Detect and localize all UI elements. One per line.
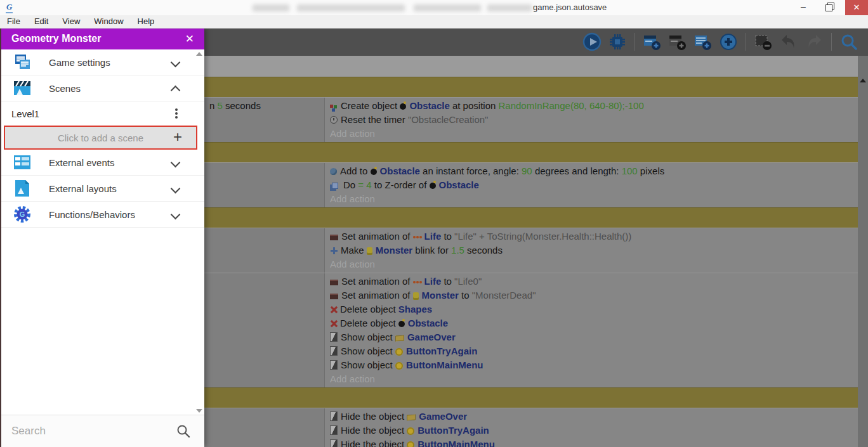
object-link[interactable]: Shapes bbox=[398, 304, 432, 314]
visibility-icon bbox=[330, 411, 338, 421]
action-line[interactable]: Show object ButtonTryAgain bbox=[330, 344, 858, 358]
sidebar-item-scenes[interactable]: Scenes bbox=[1, 75, 204, 101]
object-link[interactable]: ButtonMainMenu bbox=[418, 439, 495, 447]
chevron-down-icon[interactable] bbox=[171, 209, 181, 219]
object-link[interactable]: GameOver bbox=[407, 332, 456, 342]
actions-cell[interactable]: Hide the object GameOverHide the object … bbox=[325, 408, 858, 447]
kebab-menu-icon[interactable] bbox=[175, 112, 178, 115]
menu-view[interactable]: View bbox=[55, 15, 87, 28]
action-line[interactable]: Delete object Shapes bbox=[330, 302, 858, 316]
conditions-cell[interactable] bbox=[190, 408, 325, 447]
event-group-header[interactable] bbox=[190, 142, 858, 162]
scene-item-level1[interactable]: Level1 bbox=[1, 101, 204, 126]
event[interactable]: n 5 secondsCreate object Obstacle at pos… bbox=[190, 97, 858, 142]
object-link[interactable]: Monster bbox=[376, 245, 412, 256]
scroll-down-icon[interactable] bbox=[196, 409, 202, 413]
event-text: Show object bbox=[341, 346, 395, 356]
action-line[interactable]: Hide the object GameOver bbox=[330, 410, 858, 424]
debug-button[interactable] bbox=[607, 32, 628, 52]
menu-window[interactable]: Window bbox=[87, 15, 130, 28]
event[interactable]: Set animation of Life to "Life" + ToStri… bbox=[190, 228, 858, 273]
close-window-button[interactable]: ✕ bbox=[845, 0, 868, 15]
action-line[interactable]: Delete object Obstacle bbox=[330, 316, 858, 330]
action-line[interactable]: Make Monster blink for 1.5 seconds bbox=[330, 243, 858, 257]
object-link[interactable]: Life bbox=[424, 276, 442, 287]
action-line[interactable]: Do = 4 to Z-order of Obstacle bbox=[330, 178, 858, 192]
chevron-down-icon[interactable] bbox=[171, 57, 181, 67]
object-link[interactable]: Obstacle bbox=[439, 179, 479, 190]
add-comment-button[interactable] bbox=[693, 32, 713, 52]
object-link[interactable]: ButtonTryAgain bbox=[418, 425, 489, 436]
add-subevent-button[interactable] bbox=[667, 32, 688, 52]
action-line[interactable]: Set animation of Life to "Life" + ToStri… bbox=[330, 230, 858, 243]
actions-cell[interactable]: Set animation of Life to "Life0"Set anim… bbox=[325, 273, 858, 387]
search-button[interactable] bbox=[839, 32, 859, 52]
event-sheet-scrollbar[interactable] bbox=[858, 56, 868, 447]
action-line[interactable]: Reset the timer "ObstacleCreation" bbox=[330, 113, 858, 127]
plus-icon: + bbox=[173, 128, 182, 146]
event-text: Hide the object bbox=[341, 425, 407, 436]
minimize-button[interactable]: – bbox=[792, 0, 815, 15]
play-button[interactable] bbox=[582, 32, 602, 52]
scroll-up-icon[interactable] bbox=[196, 52, 202, 56]
action-line[interactable]: Hide the object ButtonMainMenu bbox=[330, 437, 858, 447]
add-circle-button[interactable] bbox=[718, 32, 739, 52]
redo-button[interactable] bbox=[804, 32, 824, 52]
undo-button[interactable] bbox=[779, 32, 799, 52]
action-line[interactable]: Show object GameOver bbox=[330, 330, 858, 344]
action-line[interactable]: Add to Obstacle an instant force, angle:… bbox=[330, 164, 858, 178]
add-action-button[interactable]: Add action bbox=[330, 192, 858, 206]
object-link[interactable]: Obstacle bbox=[380, 165, 420, 176]
remove-event-button[interactable] bbox=[753, 32, 773, 52]
object-link[interactable]: GameOver bbox=[419, 411, 467, 422]
object-link[interactable]: ButtonTryAgain bbox=[406, 346, 478, 356]
action-line[interactable]: Create object Obstacle at position Rando… bbox=[330, 99, 858, 113]
event-text: RandomInRange(80, 640-80);-100 bbox=[498, 100, 643, 111]
event-group-header[interactable] bbox=[190, 387, 858, 408]
action-line[interactable]: Set animation of Life to "Life0" bbox=[330, 275, 858, 288]
sidebar-item-external-layouts[interactable]: External layouts bbox=[1, 176, 204, 202]
event-sheet[interactable]: n 5 secondsCreate object Obstacle at pos… bbox=[190, 77, 858, 447]
coin-icon bbox=[395, 362, 403, 370]
object-link[interactable]: Monster bbox=[422, 290, 459, 301]
close-drawer-icon[interactable]: ✕ bbox=[185, 32, 204, 46]
event[interactable]: Set animation of Life to "Life0"Set anim… bbox=[190, 273, 858, 387]
add-action-button[interactable]: Add action bbox=[330, 127, 858, 141]
event-group-header[interactable] bbox=[190, 207, 858, 228]
menu-help[interactable]: Help bbox=[131, 15, 162, 28]
restore-button[interactable] bbox=[817, 0, 840, 15]
add-action-button[interactable]: Add action bbox=[330, 257, 858, 271]
add-action-button[interactable]: Add action bbox=[330, 372, 858, 386]
add-scene-button[interactable]: Click to add a scene + bbox=[4, 126, 197, 150]
menu-file[interactable]: File bbox=[0, 15, 27, 28]
scroll-up-icon[interactable] bbox=[860, 79, 866, 82]
sidebar-item-external-events[interactable]: External events bbox=[1, 150, 204, 176]
conditions-cell[interactable] bbox=[190, 273, 325, 387]
add-event-button[interactable] bbox=[642, 32, 662, 52]
sidebar-item-functions-behaviors[interactable]: GFunctions/Behaviors bbox=[1, 202, 204, 228]
chevron-up-icon[interactable] bbox=[171, 85, 181, 95]
action-line[interactable]: Set animation of Monster to "MonsterDead… bbox=[330, 288, 858, 302]
chevron-down-icon[interactable] bbox=[171, 183, 181, 193]
search-input[interactable] bbox=[1, 424, 176, 438]
event[interactable]: Add to Obstacle an instant force, angle:… bbox=[190, 162, 858, 207]
chevron-down-icon[interactable] bbox=[171, 157, 181, 167]
action-line[interactable]: Show object ButtonMainMenu bbox=[330, 358, 858, 372]
menu-edit[interactable]: Edit bbox=[27, 15, 55, 28]
conditions-cell[interactable]: n 5 seconds bbox=[190, 98, 325, 142]
object-link[interactable]: Obstacle bbox=[408, 318, 448, 328]
actions-cell[interactable]: Set animation of Life to "Life" + ToStri… bbox=[325, 228, 858, 273]
object-link[interactable]: Obstacle bbox=[409, 100, 449, 111]
object-link[interactable]: Life bbox=[424, 231, 442, 242]
drawer-scrollbar[interactable] bbox=[195, 51, 203, 414]
action-line[interactable]: Hide the object ButtonTryAgain bbox=[330, 424, 858, 437]
event[interactable]: Hide the object GameOverHide the object … bbox=[190, 408, 858, 447]
conditions-cell[interactable] bbox=[190, 163, 325, 207]
event-text: blink for bbox=[412, 245, 451, 256]
actions-cell[interactable]: Create object Obstacle at position Rando… bbox=[325, 98, 858, 142]
event-group-header[interactable] bbox=[190, 77, 858, 97]
actions-cell[interactable]: Add to Obstacle an instant force, angle:… bbox=[325, 163, 858, 207]
sidebar-item-game-settings[interactable]: Game settings bbox=[1, 49, 204, 75]
object-link[interactable]: ButtonMainMenu bbox=[406, 360, 483, 370]
conditions-cell[interactable] bbox=[190, 228, 325, 273]
